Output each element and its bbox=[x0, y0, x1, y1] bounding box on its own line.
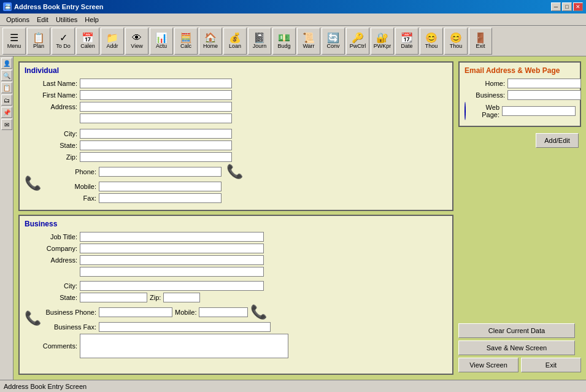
globe-icon: 🌍 bbox=[465, 102, 466, 120]
toolbar-todo[interactable]: ✓To Do bbox=[52, 28, 75, 55]
fax-row: Fax: bbox=[44, 193, 447, 203]
job-title-row: Job Title: bbox=[25, 232, 447, 242]
address-input2[interactable] bbox=[80, 113, 232, 123]
biz-mobile-input[interactable] bbox=[199, 307, 248, 317]
biz-city-label: City: bbox=[25, 282, 80, 290]
view-screen-button[interactable]: View Screen bbox=[458, 358, 519, 372]
email-title: Email Address & Web Page bbox=[465, 66, 575, 75]
toolbar-actu[interactable]: 📊Actu bbox=[150, 28, 173, 55]
address-row1: Address: bbox=[25, 102, 447, 112]
last-name-input[interactable] bbox=[80, 79, 232, 88]
toolbar-view[interactable]: 👁View bbox=[125, 28, 148, 55]
menu-edit[interactable]: Edit bbox=[33, 15, 52, 25]
toolbar-pwctrl[interactable]: 🔑PwCtrl bbox=[346, 28, 369, 55]
biz-address-input2[interactable] bbox=[80, 267, 264, 277]
biz-phone-icon-left: 📞 bbox=[25, 310, 41, 326]
sidebar-list[interactable]: 📋 bbox=[1, 82, 12, 93]
zip-input[interactable] bbox=[80, 152, 232, 162]
biz-address-label: Address: bbox=[25, 256, 80, 264]
sidebar-pin[interactable]: 📌 bbox=[1, 107, 12, 118]
toolbar-home[interactable]: 🏠Home bbox=[199, 28, 222, 55]
web-page-input[interactable] bbox=[502, 106, 576, 116]
mobile-input[interactable] bbox=[99, 182, 222, 191]
biz-zip-input[interactable] bbox=[163, 293, 200, 302]
biz-address-row2 bbox=[25, 267, 447, 277]
biz-address-row1: Address: bbox=[25, 255, 447, 265]
biz-city-input[interactable] bbox=[80, 281, 264, 291]
menu-utilities[interactable]: Utilities bbox=[52, 15, 81, 25]
toolbar-plan[interactable]: 📋Plan bbox=[27, 28, 50, 55]
biz-state-input[interactable] bbox=[80, 293, 147, 302]
fax-input[interactable] bbox=[99, 193, 222, 203]
sidebar-mail[interactable]: ✉ bbox=[1, 119, 12, 130]
biz-state-zip-row: State: Zip: bbox=[25, 293, 447, 302]
toolbar-conv[interactable]: 🔄Conv bbox=[322, 28, 345, 55]
city-row: City: bbox=[25, 129, 447, 139]
state-row: State: bbox=[25, 140, 447, 150]
phone-row: Phone: 📞 bbox=[44, 164, 447, 180]
company-row: Company: bbox=[25, 244, 447, 253]
sidebar-person[interactable]: 👤 bbox=[1, 58, 12, 69]
city-label: City: bbox=[25, 130, 80, 137]
toolbar-loan[interactable]: 💰Loan bbox=[223, 28, 247, 55]
phone-input[interactable] bbox=[99, 167, 222, 177]
minimize-button[interactable]: ─ bbox=[551, 2, 561, 11]
individual-section: Individual Last Name: First Name: Addres… bbox=[18, 61, 453, 211]
city-input[interactable] bbox=[80, 129, 232, 139]
business-section: Business Job Title: Company: Address: bbox=[18, 215, 453, 375]
toolbar-addr[interactable]: 📁Addr bbox=[101, 28, 124, 55]
first-name-label: First Name: bbox=[25, 91, 80, 99]
maximize-button[interactable]: □ bbox=[562, 2, 572, 11]
status-bar: Address Book Entry Screen bbox=[0, 380, 586, 392]
biz-fax-label: Business Fax: bbox=[44, 323, 99, 331]
state-input[interactable] bbox=[80, 140, 232, 150]
biz-phone-row: Business Phone: Mobile: 📞 bbox=[44, 304, 447, 320]
phone-label: Phone: bbox=[44, 168, 99, 175]
toolbar-pwkpr[interactable]: 🔐PWKpr bbox=[371, 28, 394, 55]
toolbar-calen[interactable]: 📅Calen bbox=[76, 28, 99, 55]
job-title-label: Job Title: bbox=[25, 233, 80, 240]
toolbar-journ[interactable]: 📓Journ bbox=[248, 28, 271, 55]
toolbar-budg[interactable]: 💵Budg bbox=[272, 28, 296, 55]
toolbar-menu[interactable]: ☰Menu bbox=[2, 28, 26, 55]
main-content: Individual Last Name: First Name: Addres… bbox=[13, 56, 586, 380]
sidebar-search[interactable]: 🔍 bbox=[1, 70, 12, 81]
menu-options[interactable]: Options bbox=[2, 15, 33, 25]
biz-phone-input[interactable] bbox=[99, 307, 172, 317]
biz-city-row: City: bbox=[25, 281, 447, 291]
business-email-input[interactable] bbox=[507, 90, 581, 100]
comments-input[interactable] bbox=[80, 334, 288, 358]
window-controls: ─ □ ✕ bbox=[551, 2, 583, 11]
zip-label: Zip: bbox=[25, 153, 80, 161]
toolbar: ☰Menu 📋Plan ✓To Do 📅Calen 📁Addr 👁View 📊A… bbox=[0, 26, 586, 56]
home-email-input[interactable] bbox=[507, 79, 581, 88]
company-label: Company: bbox=[25, 245, 80, 252]
first-name-row: First Name: bbox=[25, 90, 447, 100]
toolbar-exit[interactable]: 🚪Exit bbox=[469, 28, 492, 55]
toolbar-warr[interactable]: 📜Warr bbox=[297, 28, 320, 55]
company-input[interactable] bbox=[80, 244, 264, 253]
save-new-screen-button[interactable]: Save & New Screen bbox=[458, 340, 575, 355]
biz-state-label: State: bbox=[25, 294, 80, 301]
add-edit-button[interactable]: Add/Edit bbox=[536, 133, 579, 148]
exit-button[interactable]: Exit bbox=[521, 358, 581, 372]
status-text: Address Book Entry Screen bbox=[4, 383, 87, 390]
menu-help[interactable]: Help bbox=[81, 15, 102, 25]
close-button[interactable]: ✕ bbox=[573, 2, 583, 11]
toolbar-date[interactable]: 📆Date bbox=[395, 28, 418, 55]
biz-address-input1[interactable] bbox=[80, 255, 264, 265]
first-name-input[interactable] bbox=[80, 90, 232, 100]
biz-fax-input[interactable] bbox=[99, 322, 271, 332]
job-title-input[interactable] bbox=[80, 232, 264, 242]
toolbar-calc[interactable]: 🧮Calc bbox=[174, 28, 198, 55]
address-input1[interactable] bbox=[80, 102, 232, 112]
individual-title: Individual bbox=[25, 66, 447, 75]
clear-current-data-button[interactable]: Clear Current Data bbox=[458, 323, 575, 338]
web-page-label: Web Page: bbox=[468, 104, 502, 118]
toolbar-thou1[interactable]: 😊Thou bbox=[420, 28, 443, 55]
state-label: State: bbox=[25, 142, 80, 149]
mobile-label: Mobile: bbox=[44, 183, 99, 190]
toolbar-thou2[interactable]: 😊Thou bbox=[444, 28, 468, 55]
sidebar-folder[interactable]: 🗂 bbox=[1, 94, 12, 106]
last-name-label: Last Name: bbox=[25, 80, 80, 87]
